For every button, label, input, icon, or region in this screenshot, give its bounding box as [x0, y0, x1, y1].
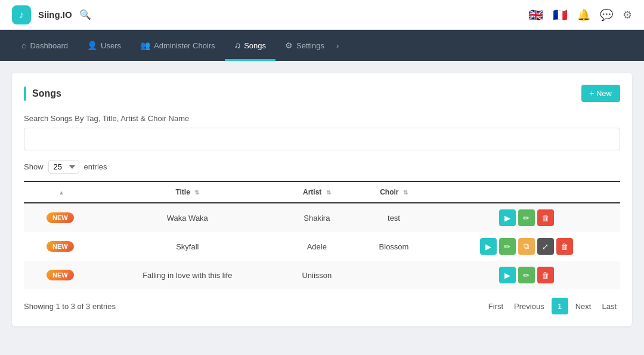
show-label: Show	[24, 162, 44, 171]
nav-more-icon[interactable]: ›	[336, 41, 339, 50]
card-header: Songs + New	[24, 85, 620, 102]
header-right: 🇬🇧 🇫🇷 🔔 💬 ⚙	[528, 8, 632, 22]
nav-label-users: Users	[101, 41, 121, 50]
nav-bar: ⌂ Dashboard 👤 Users 👥 Administer Choirs …	[0, 30, 644, 61]
flag-uk[interactable]: 🇬🇧	[528, 8, 543, 22]
search-label: Search Songs By Tag, Title, Artist & Cho…	[24, 114, 620, 123]
flag-fr[interactable]: 🇫🇷	[553, 8, 568, 22]
nav-label-choirs: Administer Choirs	[154, 41, 215, 50]
previous-page-button[interactable]: Previous	[510, 300, 548, 313]
delete-button[interactable]: 🗑	[537, 209, 554, 226]
nav-label-dashboard: Dashboard	[30, 41, 68, 50]
search-section: Search Songs By Tag, Title, Artist & Cho…	[24, 114, 620, 150]
pagination: First Previous 1 Next Last	[485, 298, 620, 314]
sort-badge-icon: ▲	[58, 189, 64, 196]
last-page-button[interactable]: Last	[598, 300, 620, 313]
settings-icon[interactable]: ⚙	[623, 8, 632, 21]
title-wrapper: Songs	[24, 87, 61, 101]
col-artist[interactable]: Artist ⇅	[278, 181, 355, 203]
play-button[interactable]: ▶	[480, 238, 497, 255]
edit-button[interactable]: ✏	[518, 209, 535, 226]
cell-title: Falling in love with this life	[97, 261, 278, 289]
cell-title: Waka Waka	[97, 203, 278, 232]
table-row: NEWFalling in love with this lifeUniisso…	[24, 261, 620, 289]
badge-new: NEW	[47, 270, 74, 280]
sort-artist-icon: ⇅	[326, 189, 331, 196]
col-badge[interactable]: ▲	[24, 181, 97, 203]
songs-table: ▲ Title ⇅ Artist ⇅ Choir ⇅ NEWWaka WakaS…	[24, 181, 620, 289]
nav-label-settings: Settings	[296, 41, 324, 50]
cell-actions: ▶✏⧉⤢🗑	[432, 232, 620, 261]
badge-new: NEW	[47, 212, 74, 223]
app-name: Siing.IO	[38, 10, 72, 20]
play-button[interactable]: ▶	[499, 267, 516, 283]
cell-badge: NEW	[24, 203, 97, 232]
sort-title-icon: ⇅	[194, 189, 199, 196]
col-actions	[432, 181, 620, 203]
page-wrapper: Songs + New Search Songs By Tag, Title, …	[0, 61, 644, 338]
edit-button[interactable]: ✏	[518, 267, 535, 283]
show-entries: Show 10 25 50 100 entries	[24, 160, 620, 174]
col-title[interactable]: Title ⇅	[97, 181, 278, 203]
sidebar-item-users[interactable]: 👤 Users	[78, 30, 131, 61]
delete-button[interactable]: 🗑	[537, 267, 554, 283]
search-input[interactable]	[24, 128, 620, 150]
top-header: ♪ Siing.IO 🔍 🇬🇧 🇫🇷 🔔 💬 ⚙	[0, 0, 644, 30]
entries-label: entries	[84, 162, 107, 171]
action-buttons: ▶✏🗑	[439, 267, 613, 283]
cell-choir: Blossom	[355, 232, 432, 261]
cell-choir: test	[355, 203, 432, 232]
title-bar-accent	[24, 87, 26, 101]
page-title: Songs	[32, 88, 61, 99]
first-page-button[interactable]: First	[485, 300, 507, 313]
settings-nav-icon: ⚙	[285, 41, 293, 50]
choirs-icon: 👥	[140, 41, 150, 50]
nav-label-songs: Songs	[244, 41, 266, 50]
share-button[interactable]: ⤢	[537, 238, 554, 255]
cell-artist: Adele	[278, 232, 355, 261]
cell-actions: ▶✏🗑	[432, 203, 620, 232]
logo-icon: ♪	[19, 10, 24, 20]
songs-card: Songs + New Search Songs By Tag, Title, …	[12, 73, 632, 326]
new-song-button[interactable]: + New	[581, 85, 620, 102]
users-icon: 👤	[87, 41, 97, 50]
showing-text: Showing 1 to 3 of 3 entries	[24, 302, 116, 311]
dashboard-icon: ⌂	[21, 41, 26, 50]
notification-icon[interactable]: 🔔	[577, 8, 590, 21]
cell-choir	[355, 261, 432, 289]
edit-button[interactable]: ✏	[499, 238, 516, 255]
table-header-row: ▲ Title ⇅ Artist ⇅ Choir ⇅	[24, 181, 620, 203]
play-button[interactable]: ▶	[499, 209, 516, 226]
sidebar-item-administer-choirs[interactable]: 👥 Administer Choirs	[131, 30, 225, 61]
badge-new: NEW	[47, 241, 74, 252]
cell-artist: Shakira	[278, 203, 355, 232]
next-page-button[interactable]: Next	[572, 300, 595, 313]
action-buttons: ▶✏🗑	[439, 209, 613, 226]
sidebar-item-settings[interactable]: ⚙ Settings	[275, 30, 334, 61]
cell-badge: NEW	[24, 261, 97, 289]
header-left: ♪ Siing.IO 🔍	[12, 5, 91, 24]
delete-button[interactable]: 🗑	[556, 238, 573, 255]
app-logo: ♪	[12, 5, 31, 24]
entries-select[interactable]: 10 25 50 100	[48, 160, 79, 174]
cell-actions: ▶✏🗑	[432, 261, 620, 289]
sort-choir-icon: ⇅	[403, 189, 408, 196]
copy-button[interactable]: ⧉	[518, 238, 535, 255]
songs-icon: ♫	[234, 41, 241, 50]
page-number-1[interactable]: 1	[552, 298, 568, 314]
col-choir[interactable]: Choir ⇅	[355, 181, 432, 203]
table-row: NEWSkyfallAdeleBlossom▶✏⧉⤢🗑	[24, 232, 620, 261]
table-footer: Showing 1 to 3 of 3 entries First Previo…	[24, 298, 620, 314]
sidebar-item-dashboard[interactable]: ⌂ Dashboard	[12, 30, 78, 61]
action-buttons: ▶✏⧉⤢🗑	[439, 238, 613, 255]
cell-title: Skyfall	[97, 232, 278, 261]
cell-artist: Uniisson	[278, 261, 355, 289]
chat-icon[interactable]: 💬	[600, 8, 613, 21]
sidebar-item-songs[interactable]: ♫ Songs	[225, 30, 275, 61]
search-icon[interactable]: 🔍	[79, 9, 91, 20]
cell-badge: NEW	[24, 232, 97, 261]
table-row: NEWWaka WakaShakiratest▶✏🗑	[24, 203, 620, 232]
